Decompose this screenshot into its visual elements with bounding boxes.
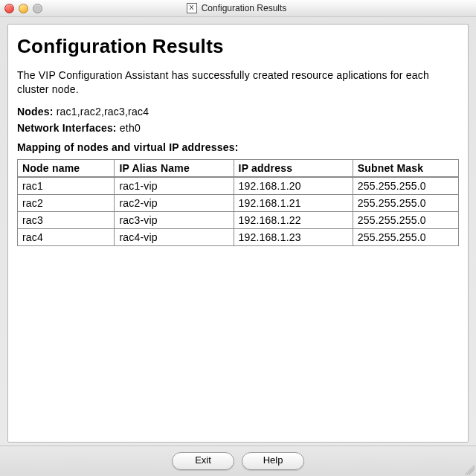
table-row: rac4rac4-vip192.168.1.23255.255.255.0 (18, 228, 459, 245)
zoom-icon[interactable] (33, 4, 42, 13)
content-area: Configuration Results The VIP Configurat… (7, 24, 469, 443)
cell-mask: 255.255.255.0 (353, 211, 458, 228)
cell-node: rac3 (18, 211, 115, 228)
close-icon[interactable] (4, 4, 14, 13)
col-node: Node name (18, 159, 115, 177)
cell-node: rac2 (18, 194, 115, 211)
cell-mask: 255.255.255.0 (353, 177, 458, 195)
cell-node: rac4 (18, 228, 115, 245)
col-alias: IP Alias Name (115, 159, 234, 177)
nodes-label: Nodes: (17, 106, 54, 118)
cell-alias: rac2-vip (115, 194, 234, 211)
interfaces-value: eth0 (120, 122, 141, 134)
button-bar: Exit Help (0, 446, 476, 476)
window-root: X Configuration Results Configuration Re… (0, 0, 476, 476)
cell-ip: 192.168.1.23 (234, 228, 353, 245)
window-controls (4, 4, 42, 13)
table-row: rac1rac1-vip192.168.1.20255.255.255.0 (18, 177, 459, 195)
cell-ip: 192.168.1.20 (234, 177, 353, 195)
mapping-heading: Mapping of nodes and virtual IP addresse… (17, 141, 459, 153)
cell-ip: 192.168.1.21 (234, 194, 353, 211)
nodes-line: Nodes: rac1,rac2,rac3,rac4 (17, 106, 459, 118)
description-text: The VIP Configuration Assistant has succ… (17, 68, 459, 97)
minimize-icon[interactable] (19, 4, 28, 13)
cell-alias: rac3-vip (115, 211, 234, 228)
x11-icon: X (187, 3, 197, 13)
resize-grip-icon[interactable] (464, 464, 475, 475)
table-row: rac2rac2-vip192.168.1.21255.255.255.0 (18, 194, 459, 211)
col-ip: IP address (234, 159, 353, 177)
exit-button[interactable]: Exit (172, 452, 234, 470)
col-mask: Subnet Mask (353, 159, 458, 177)
page-title: Configuration Results (17, 35, 459, 58)
window-title: Configuration Results (202, 3, 287, 13)
table-row: rac3rac3-vip192.168.1.22255.255.255.0 (18, 211, 459, 228)
cell-alias: rac4-vip (115, 228, 234, 245)
cell-alias: rac1-vip (115, 177, 234, 195)
interfaces-line: Network Interfaces: eth0 (17, 122, 459, 134)
titlebar: X Configuration Results (0, 0, 476, 17)
nodes-value: rac1,rac2,rac3,rac4 (57, 106, 149, 118)
table-header-row: Node name IP Alias Name IP address Subne… (18, 159, 459, 177)
interfaces-label: Network Interfaces: (17, 122, 117, 134)
cell-mask: 255.255.255.0 (353, 194, 458, 211)
window-title-wrap: X Configuration Results (42, 3, 431, 13)
cell-node: rac1 (18, 177, 115, 195)
cell-ip: 192.168.1.22 (234, 211, 353, 228)
cell-mask: 255.255.255.0 (353, 228, 458, 245)
help-button[interactable]: Help (242, 452, 304, 470)
mapping-table: Node name IP Alias Name IP address Subne… (17, 159, 459, 246)
